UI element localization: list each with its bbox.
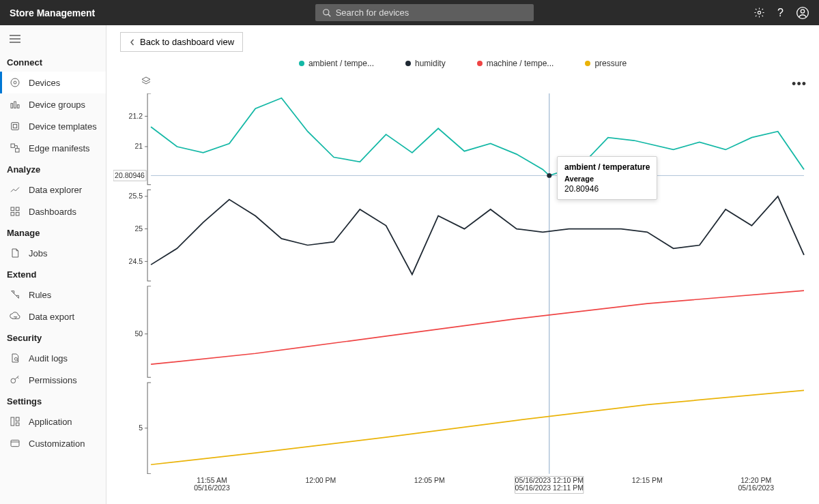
hamburger-icon[interactable] xyxy=(0,31,106,52)
section-header: Extend xyxy=(0,264,106,284)
svg-rect-20 xyxy=(16,212,19,216)
sidebar-item-label: Device groups xyxy=(29,100,85,110)
legend-dot xyxy=(405,61,411,66)
svg-text:50: 50 xyxy=(134,330,143,338)
legend-label: machine / tempe... xyxy=(487,59,554,68)
svg-text:25: 25 xyxy=(134,225,143,233)
tooltip-value: 20.80946 xyxy=(564,184,650,194)
topbar-icons: ? xyxy=(753,6,809,20)
svg-point-8 xyxy=(11,78,19,87)
svg-text:12:15 PM: 12:15 PM xyxy=(632,477,663,484)
legend-label: pressure xyxy=(594,59,627,68)
svg-rect-13 xyxy=(12,123,19,130)
sidebar: ConnectDevicesDevice groupsDevice templa… xyxy=(0,25,106,504)
section-header: Connect xyxy=(0,52,106,72)
nav-icon xyxy=(10,248,20,258)
hover-tooltip: ambient / temperature Average 20.80946 xyxy=(557,156,657,200)
search-input[interactable] xyxy=(315,4,534,21)
sidebar-item-data-explorer[interactable]: Data explorer xyxy=(0,179,106,201)
nav-icon xyxy=(10,143,20,153)
legend-dot xyxy=(477,61,483,66)
nav-icon xyxy=(10,374,20,385)
svg-point-9 xyxy=(14,81,16,84)
sidebar-item-label: Devices xyxy=(29,78,60,88)
account-icon[interactable] xyxy=(796,6,809,20)
sidebar-item-audit-logs[interactable]: Audit logs xyxy=(0,347,106,369)
sidebar-item-label: Application xyxy=(29,417,72,427)
sidebar-item-dashboards[interactable]: Dashboards xyxy=(0,201,106,222)
legend-dot xyxy=(585,61,590,66)
sidebar-item-label: Data explorer xyxy=(29,185,82,195)
chart-area[interactable]: 2121.220.8094624.52525.550511:55 AM05/16… xyxy=(113,93,811,497)
sidebar-item-data-export[interactable]: Data export xyxy=(0,306,106,327)
svg-point-33 xyxy=(547,173,551,178)
back-button[interactable]: Back to dashboard view xyxy=(120,32,243,52)
svg-text:20.80946: 20.80946 xyxy=(115,172,145,179)
svg-rect-26 xyxy=(11,440,19,446)
sidebar-item-device-groups[interactable]: Device groups xyxy=(0,93,106,115)
sidebar-item-devices[interactable]: Devices xyxy=(0,72,106,93)
sidebar-item-application[interactable]: Application xyxy=(0,411,106,432)
svg-text:21.2: 21.2 xyxy=(129,113,143,120)
svg-text:05/16/2023: 05/16/2023 xyxy=(194,485,230,492)
svg-text:21: 21 xyxy=(134,143,143,151)
app-title: Store Management xyxy=(10,8,95,18)
sidebar-item-customization[interactable]: Customization xyxy=(0,432,106,454)
sidebar-item-jobs[interactable]: Jobs xyxy=(0,242,106,264)
nav-icon xyxy=(10,438,20,449)
svg-rect-14 xyxy=(13,124,16,128)
svg-point-0 xyxy=(323,9,328,14)
svg-rect-19 xyxy=(11,212,14,216)
chevron-left-icon xyxy=(129,39,136,46)
nav-icon xyxy=(10,121,20,132)
svg-point-22 xyxy=(11,379,16,383)
layers-icon[interactable] xyxy=(141,76,152,89)
sidebar-item-device-templates[interactable]: Device templates xyxy=(0,115,106,137)
chart-legend: ambient / tempe...humiditymachine / temp… xyxy=(106,59,819,68)
nav-icon xyxy=(10,99,20,110)
legend-item[interactable]: pressure xyxy=(585,59,627,68)
section-header: Security xyxy=(0,327,106,347)
nav-icon xyxy=(10,311,20,322)
topbar: Store Management ? xyxy=(0,0,819,25)
sidebar-item-label: Customization xyxy=(29,439,85,449)
sidebar-item-label: Rules xyxy=(29,290,51,300)
nav-icon xyxy=(10,184,20,195)
legend-item[interactable]: machine / tempe... xyxy=(477,59,554,68)
svg-point-4 xyxy=(801,9,804,12)
tooltip-label: Average xyxy=(564,175,650,183)
section-header: Analyze xyxy=(0,159,106,179)
svg-text:24.5: 24.5 xyxy=(129,258,143,265)
sidebar-item-rules[interactable]: Rules xyxy=(0,284,106,306)
sidebar-item-label: Edge manifests xyxy=(29,143,90,153)
sidebar-item-label: Permissions xyxy=(29,375,77,385)
svg-point-21 xyxy=(14,357,17,360)
legend-label: humidity xyxy=(415,59,446,68)
svg-text:12:00 PM: 12:00 PM xyxy=(305,477,336,484)
legend-label: ambient / tempe... xyxy=(308,59,374,68)
legend-item[interactable]: ambient / tempe... xyxy=(299,59,374,68)
nav-icon xyxy=(10,206,20,217)
sidebar-item-label: Data export xyxy=(29,312,74,322)
sidebar-item-edge-manifests[interactable]: Edge manifests xyxy=(0,137,106,159)
search-wrap xyxy=(315,4,534,21)
svg-rect-16 xyxy=(16,149,19,152)
svg-rect-23 xyxy=(11,417,14,426)
search-icon xyxy=(322,8,332,18)
svg-text:12:20 PM: 12:20 PM xyxy=(741,477,771,484)
sidebar-item-permissions[interactable]: Permissions xyxy=(0,369,106,391)
more-icon[interactable]: ••• xyxy=(792,77,807,91)
sidebar-item-label: Audit logs xyxy=(29,353,68,364)
gear-icon[interactable] xyxy=(753,7,765,18)
sidebar-item-label: Jobs xyxy=(29,248,47,258)
content: Back to dashboard view ambient / tempe..… xyxy=(106,25,819,504)
legend-dot xyxy=(299,61,304,66)
help-icon[interactable]: ? xyxy=(777,7,784,19)
sidebar-item-label: Dashboards xyxy=(29,207,76,217)
svg-rect-10 xyxy=(11,104,13,108)
legend-item[interactable]: humidity xyxy=(405,59,446,68)
svg-rect-15 xyxy=(11,144,14,147)
tooltip-title: ambient / temperature xyxy=(564,162,650,172)
nav-icon xyxy=(10,289,20,300)
nav-icon xyxy=(10,416,20,427)
